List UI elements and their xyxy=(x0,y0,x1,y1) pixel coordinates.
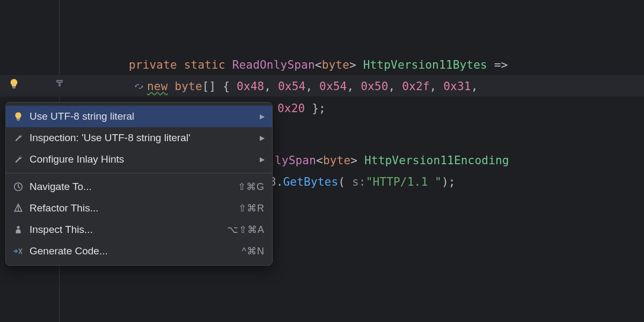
method-getbytes: GetBytes xyxy=(283,175,339,188)
paren-open: ( xyxy=(338,175,345,188)
svg-point-2 xyxy=(135,86,137,87)
hex-literal-6: 0x31 xyxy=(443,80,471,93)
comma: , xyxy=(430,80,437,93)
generic-open-2: < xyxy=(316,154,323,167)
identifier-httpversion11encoding: HttpVersion11Encoding xyxy=(364,154,509,167)
menu-item-navigate-to[interactable]: Navigate To... ⇧⌘G xyxy=(6,176,272,197)
brace-open: { xyxy=(223,80,230,93)
bulb-icon xyxy=(12,111,24,122)
hex-literal-1: 0x48 xyxy=(237,80,264,93)
keyword-byte: byte xyxy=(322,58,349,71)
comma: , xyxy=(305,80,312,93)
menu-separator xyxy=(6,173,272,173)
keyword-byte-2: byte xyxy=(174,80,202,93)
keyword-static: static xyxy=(184,58,225,71)
menu-item-generate-code[interactable]: Generate Code... ^⌘N xyxy=(6,240,272,262)
menu-item-shortcut: ^⌘N xyxy=(242,245,265,257)
menu-item-inspection[interactable]: Inspection: 'Use UTF-8 string literal' ▶ xyxy=(6,127,272,149)
semicolon: ; xyxy=(319,102,326,115)
menu-item-use-utf8-literal[interactable]: Use UTF-8 string literal ▶ xyxy=(6,106,272,127)
identifier-httpversion11bytes: HttpVersion11Bytes xyxy=(363,58,487,71)
keyword-byte-3: byte xyxy=(323,154,350,167)
menu-item-label: Inspect This... xyxy=(30,224,222,236)
menu-item-label: Inspection: 'Use UTF-8 string literal' xyxy=(30,132,250,144)
menu-item-label: Generate Code... xyxy=(30,245,237,257)
type-fragment: lySpan xyxy=(275,154,316,167)
generate-icon xyxy=(12,245,24,257)
refactor-hint-icon[interactable] xyxy=(134,83,144,90)
keyword-new: new xyxy=(147,80,168,93)
menu-item-label: Refactor This... xyxy=(30,202,233,214)
code-line-5[interactable]: F8 . GetBytes ( s: "HTTP/1.1 " ) ; xyxy=(262,172,456,192)
generic-open: < xyxy=(315,58,322,71)
menu-item-label: Use UTF-8 string literal xyxy=(30,111,250,122)
svg-rect-0 xyxy=(12,87,16,88)
inspect-icon xyxy=(12,224,24,236)
keyword-private: private xyxy=(129,58,177,71)
semicolon-2: ; xyxy=(449,175,456,188)
array-brackets: [] xyxy=(202,80,216,93)
hex-literal-7: 0x20 xyxy=(277,102,305,115)
svg-point-8 xyxy=(17,226,19,229)
wrench-icon xyxy=(12,132,24,144)
type-readonlyspan: ReadOnlySpan xyxy=(232,58,315,71)
menu-item-shortcut: ⇧⌘R xyxy=(238,202,265,214)
refactor-icon xyxy=(12,202,24,214)
menu-item-shortcut: ⌥⇧⌘A xyxy=(227,224,265,236)
menu-item-shortcut: ⇧⌘G xyxy=(238,181,265,193)
generic-close-2: > xyxy=(350,154,357,167)
code-line-3[interactable]: 0x20 } ; xyxy=(277,98,326,119)
hex-literal-3: 0x54 xyxy=(319,80,347,93)
generic-close: > xyxy=(349,58,356,71)
wrench-icon xyxy=(12,153,24,165)
hex-literal-4: 0x50 xyxy=(361,80,388,93)
comma: , xyxy=(347,80,354,93)
svg-rect-4 xyxy=(17,119,20,120)
arrow-operator: => xyxy=(494,58,508,71)
brace-close: } xyxy=(312,102,319,115)
menu-item-refactor-this[interactable]: Refactor This... ⇧⌘R xyxy=(6,197,272,219)
comma: , xyxy=(471,80,478,93)
comma: , xyxy=(264,80,271,93)
navigate-icon xyxy=(12,181,24,193)
code-line-1[interactable]: private static ReadOnlySpan < byte > Htt… xyxy=(129,55,508,75)
dot: . xyxy=(276,175,283,188)
hex-literal-5: 0x2f xyxy=(402,80,429,93)
intention-actions-menu[interactable]: Use UTF-8 string literal ▶ Inspection: '… xyxy=(5,102,273,266)
vcs-marker-icon[interactable] xyxy=(56,79,63,87)
menu-item-label: Configure Inlay Hints xyxy=(30,153,250,165)
inlay-hint-s[interactable]: s: xyxy=(352,175,366,188)
menu-item-inspect-this[interactable]: Inspect This... ⌥⇧⌘A xyxy=(6,219,272,240)
submenu-arrow-icon: ▶ xyxy=(260,113,265,120)
code-line-2[interactable]: new byte [] { 0x48 , 0x54 , 0x54 , 0x50 … xyxy=(134,76,478,97)
string-literal: "HTTP/1.1 " xyxy=(366,175,442,188)
hex-literal-2: 0x54 xyxy=(278,80,305,93)
submenu-arrow-icon: ▶ xyxy=(260,134,265,142)
code-line-4[interactable]: lySpan < byte > HttpVersion11Encoding xyxy=(275,150,509,171)
submenu-arrow-icon: ▶ xyxy=(260,156,265,163)
menu-item-label: Navigate To... xyxy=(30,181,232,193)
intention-bulb-gutter[interactable] xyxy=(8,77,20,90)
svg-point-3 xyxy=(142,86,143,87)
paren-close: ) xyxy=(442,175,449,188)
menu-item-configure-inlay[interactable]: Configure Inlay Hints ▶ xyxy=(6,149,272,170)
comma: , xyxy=(389,80,396,93)
svg-rect-5 xyxy=(17,120,20,121)
svg-rect-1 xyxy=(13,88,16,89)
